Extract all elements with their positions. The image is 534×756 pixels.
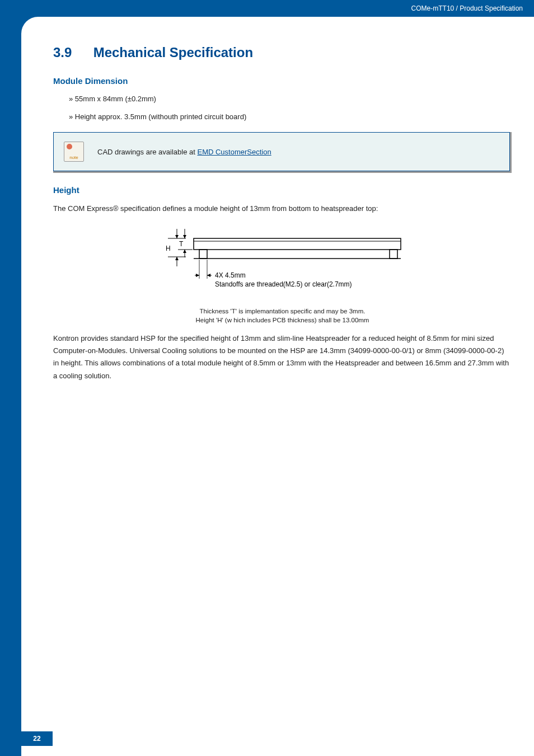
- height-body-text: Kontron provides standard HSP for the sp…: [53, 332, 512, 382]
- label-h: H: [166, 245, 171, 252]
- figure-caption-line2: Height 'H' (w hich includes PCB thicknes…: [196, 317, 369, 323]
- svg-marker-9: [183, 250, 186, 253]
- section-number: 3.9: [53, 45, 90, 60]
- note-box-shadow: note CAD drawings are available at EMD C…: [53, 132, 512, 173]
- breadcrumb: COMe-mTT10 / Product Specification: [411, 4, 523, 12]
- height-diagram: H T 4X: [53, 226, 512, 301]
- dimension-bullet-1: » 55mm x 84mm (±0.2mm): [69, 93, 512, 105]
- height-heading: Height: [53, 185, 512, 195]
- module-dimension-heading: Module Dimension: [53, 76, 512, 86]
- height-intro-text: The COM Express® specification defines a…: [53, 203, 512, 215]
- note-box: note CAD drawings are available at EMD C…: [53, 132, 510, 171]
- page-number-value: 22: [33, 735, 40, 743]
- svg-marker-1: [175, 235, 179, 238]
- note-icon-label: note: [69, 155, 78, 160]
- note-box-wrapper: note CAD drawings are available at EMD C…: [53, 132, 512, 173]
- figure-caption-line1: Thickness 'T' is implemantation specific…: [200, 308, 366, 314]
- svg-marker-7: [183, 235, 186, 238]
- note-icon: note: [64, 142, 84, 162]
- standoff-dimension-label: 4X 4.5mm: [215, 271, 246, 279]
- dimension-bullet-2: » Height approx. 3.5mm (withouth printed…: [69, 111, 512, 123]
- header-breadcrumb-bar: COMe-mTT10 / Product Specification: [21, 0, 534, 17]
- svg-marker-19: [207, 274, 210, 277]
- standoff-description: Standoffs are threaded(M2.5) or clear(2.…: [215, 280, 352, 288]
- section-title-text: Mechanical Specification: [93, 45, 253, 60]
- svg-marker-17: [196, 274, 199, 277]
- label-t: T: [179, 240, 184, 248]
- module-height-svg: H T 4X: [162, 226, 403, 299]
- svg-rect-13: [199, 250, 207, 259]
- note-text: CAD drawings are available at EMD Custom…: [97, 148, 271, 156]
- emd-customer-section-link[interactable]: EMD CustomerSection: [197, 148, 271, 156]
- main-content: 3.9 Mechanical Specification Module Dime…: [53, 45, 512, 392]
- svg-rect-11: [194, 238, 401, 250]
- left-blue-band: [0, 0, 21, 756]
- page-number: 22: [21, 731, 53, 746]
- svg-rect-14: [390, 250, 397, 259]
- note-text-prefix: CAD drawings are available at: [97, 148, 197, 156]
- figure-caption: Thickness 'T' is implemantation specific…: [53, 307, 512, 325]
- section-title: 3.9 Mechanical Specification: [53, 45, 512, 60]
- svg-marker-3: [175, 257, 179, 260]
